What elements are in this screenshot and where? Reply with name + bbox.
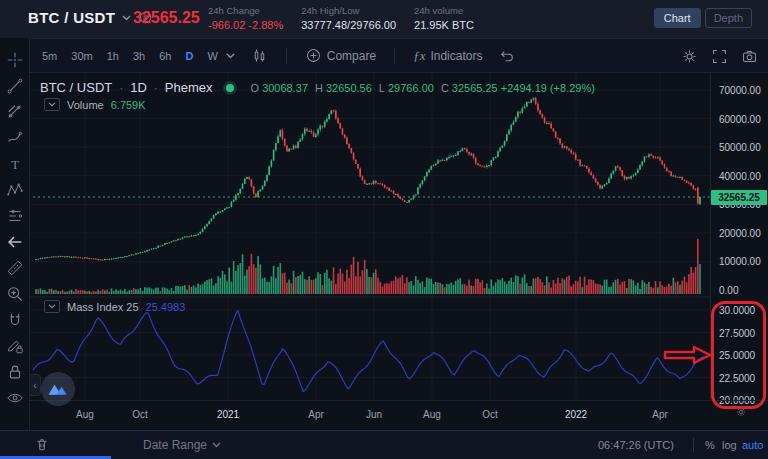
interval-1h[interactable]: 1h <box>107 50 119 62</box>
lock-icon[interactable] <box>6 359 24 385</box>
mass-axis-label: 30.0000 <box>719 305 755 316</box>
forecast-tool[interactable] <box>6 203 24 229</box>
time-axis-label: Aug <box>423 409 441 420</box>
time-axis-label: 2022 <box>565 409 587 420</box>
price-axis-label: 60000.00 <box>719 113 761 124</box>
brush-tool[interactable] <box>6 125 24 151</box>
lock-drawings-tool[interactable] <box>6 333 24 359</box>
chevron-down-icon <box>226 53 235 59</box>
volume-label: Volume <box>67 99 104 111</box>
toolbar-divider <box>286 48 287 64</box>
mass-axis-label: 25.0000 <box>719 350 755 361</box>
trend-line-tool[interactable] <box>6 73 24 99</box>
bottom-divider <box>693 438 694 452</box>
price-axis-label: 10000.00 <box>719 256 761 267</box>
fibonacci-tool[interactable] <box>6 99 24 125</box>
mass-index-legend: Mass Index 25 25.4983 <box>44 300 185 313</box>
view-switcher: Chart Depth <box>654 8 752 28</box>
market-stat: 24h Change-966.02 -2.88% <box>208 3 283 33</box>
crosshair-tool[interactable] <box>6 47 24 73</box>
price-axis-label: 0.00 <box>719 284 738 295</box>
indicators-label: Indicators <box>430 49 482 63</box>
chart-toolbar: 5m30m1h3h6hDW Compare ƒx Indicators <box>30 38 768 73</box>
interval-D[interactable]: D <box>185 50 193 62</box>
caret-down-icon <box>122 15 131 21</box>
depth-view-button[interactable]: Depth <box>705 8 752 28</box>
time-axis-label: Aug <box>76 409 94 420</box>
toolbar-right <box>681 39 758 74</box>
market-stats: 24h Change-966.02 -2.88%24h High/Low3377… <box>208 3 492 33</box>
zoom-in-tool[interactable] <box>6 281 24 307</box>
chart-legend: BTC / USDT · 1D · Phemex O30068.37 H3265… <box>40 80 595 95</box>
time-axis-label: 2021 <box>217 409 239 420</box>
text-tool[interactable]: T <box>6 151 24 177</box>
volume-collapse-button[interactable] <box>44 98 60 111</box>
log-scale-toggle[interactable]: log <box>722 439 737 451</box>
time-axis[interactable]: AugOct2021AprJunAugOct2022Apr <box>30 400 768 430</box>
drawing-toolbar: T <box>0 38 30 430</box>
phemex-watermark-logo <box>41 372 75 406</box>
hide-panel-arrow[interactable] <box>6 229 24 255</box>
indicators-button[interactable]: ƒx Indicators <box>413 48 482 64</box>
last-price: 32565.25 <box>133 9 200 27</box>
interval-W[interactable]: W <box>207 50 217 62</box>
mass-axis-label: 22.5000 <box>719 372 755 383</box>
date-range-selector[interactable]: Date Range <box>143 438 221 452</box>
price-axis-label: 20000.00 <box>719 227 761 238</box>
expand-icon <box>711 48 728 65</box>
undo-button[interactable] <box>498 47 515 64</box>
interval-selector: 5m30m1h3h6hDW <box>42 50 218 62</box>
top-bar: BTC / USDT 32565.25 24h Change-966.02 -2… <box>0 0 768 38</box>
time-axis-label: Oct <box>482 409 498 420</box>
bottom-bar: Date Range 06:47:26 (UTC) % log auto <box>0 430 768 459</box>
fullscreen-button[interactable] <box>711 48 728 65</box>
undo-icon <box>498 47 515 64</box>
plus-circle-icon <box>305 47 322 64</box>
measure-tool[interactable] <box>6 255 24 281</box>
interval-30m[interactable]: 30m <box>71 50 92 62</box>
auto-scale-toggle[interactable]: auto <box>742 439 763 451</box>
ohlc-values: O30068.37 H32650.56 L29766.00 C32565.25 … <box>251 82 595 94</box>
price-axis-label: 40000.00 <box>719 170 761 181</box>
current-price-tag: 32565.25 <box>711 190 767 205</box>
market-stat: 24h volume21.95K BTC <box>414 3 474 33</box>
mass-axis-label: 27.5000 <box>719 327 755 338</box>
legend-interval: 1D <box>130 80 147 95</box>
collapse-pane-handle[interactable]: ‹ <box>30 374 41 396</box>
symbol-label: BTC / USDT <box>28 9 115 26</box>
time-axis-label: Jun <box>366 409 382 420</box>
mass-index-collapse-button[interactable] <box>44 300 60 313</box>
chevron-down-icon <box>212 442 221 448</box>
compare-button[interactable]: Compare <box>305 47 376 64</box>
percent-scale-toggle[interactable]: % <box>705 439 715 451</box>
interval-more-button[interactable] <box>226 53 235 59</box>
legend-symbol: BTC / USDT <box>40 80 112 95</box>
timezone-clock[interactable]: 06:47:26 (UTC) <box>598 439 674 451</box>
hide-all-eye-icon[interactable] <box>6 385 24 411</box>
mass-index-label: Mass Index 25 <box>67 301 139 313</box>
camera-icon <box>741 48 758 65</box>
interval-6h[interactable]: 6h <box>159 50 171 62</box>
candles-icon <box>251 47 268 64</box>
price-axis-label: 50000.00 <box>719 142 761 153</box>
volume-legend: Volume 6.759K <box>44 98 146 111</box>
chart-type-button[interactable] <box>251 47 268 64</box>
price-axis[interactable]: 70000.0060000.0050000.0040000.0030000.00… <box>710 73 768 400</box>
interval-5m[interactable]: 5m <box>42 50 57 62</box>
chart-view-button[interactable]: Chart <box>654 8 701 28</box>
compare-label: Compare <box>327 49 376 63</box>
screenshot-button[interactable] <box>741 48 758 65</box>
magnet-tool[interactable] <box>6 307 24 333</box>
svg-text:T: T <box>11 158 19 172</box>
chart-settings-button[interactable] <box>681 48 698 65</box>
market-status-dot <box>226 84 234 92</box>
axis-settings-sun-icon[interactable] <box>734 405 748 419</box>
market-stat: 24h High/Low33777.48/29766.00 <box>301 3 396 33</box>
interval-3h[interactable]: 3h <box>133 50 145 62</box>
mass-index-value: 25.4983 <box>146 301 186 313</box>
time-axis-label: Apr <box>652 409 668 420</box>
delete-drawings-button[interactable] <box>34 436 50 453</box>
chart-canvas[interactable] <box>30 73 710 400</box>
trading-app: BTC / USDT 32565.25 24h Change-966.02 -2… <box>0 0 768 459</box>
pattern-tool[interactable] <box>6 177 24 203</box>
